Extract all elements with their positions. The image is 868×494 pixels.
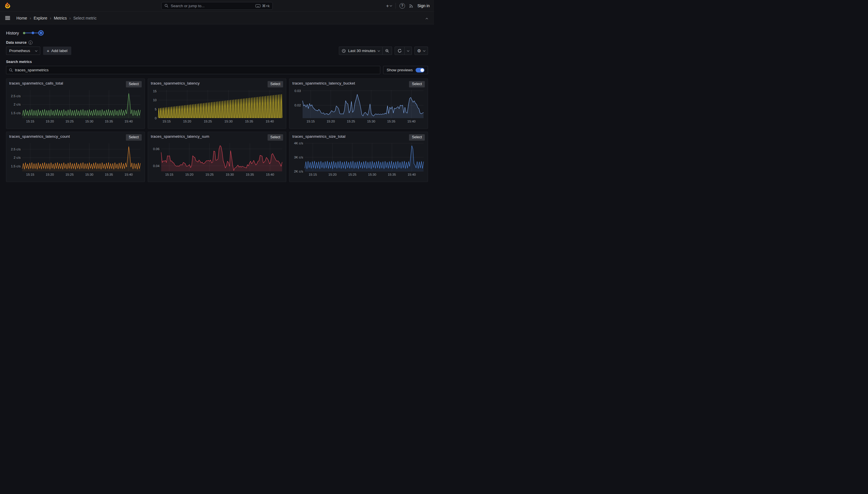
select-button[interactable]: Select xyxy=(126,81,142,88)
plus-icon: + xyxy=(386,3,389,8)
breadcrumb-explore[interactable]: Explore xyxy=(34,16,47,20)
refresh-button[interactable] xyxy=(395,46,405,55)
metric-preview-chart: 15:1515:2015:2515:3015:3515:401.5 c/s2 c… xyxy=(9,141,142,179)
search-icon xyxy=(9,68,13,72)
svg-text:15:35: 15:35 xyxy=(387,120,395,123)
show-previews-toggle[interactable] xyxy=(416,68,425,73)
keyboard-icon xyxy=(256,4,260,7)
chevron-down-icon xyxy=(35,49,37,52)
svg-text:2.5 c/s: 2.5 c/s xyxy=(11,147,21,151)
breadcrumb-current: Select metric xyxy=(73,16,97,20)
select-button[interactable]: Select xyxy=(409,81,425,88)
svg-text:15:25: 15:25 xyxy=(348,173,356,176)
chevron-down-icon xyxy=(377,49,380,52)
svg-text:15:30: 15:30 xyxy=(368,173,376,176)
svg-text:15:15: 15:15 xyxy=(162,120,171,123)
svg-text:15:15: 15:15 xyxy=(26,173,34,176)
svg-text:0.04: 0.04 xyxy=(153,164,159,168)
svg-text:15:25: 15:25 xyxy=(347,120,355,123)
svg-text:4K c/s: 4K c/s xyxy=(294,141,303,145)
panel-title: traces_spanmetrics_size_total xyxy=(292,134,345,138)
time-range-picker[interactable]: Last 30 minutes xyxy=(339,46,382,55)
menu-toggle-icon[interactable] xyxy=(4,15,11,21)
breadcrumb: Home › Explore › Metrics › Select metric xyxy=(16,16,97,20)
refresh-icon xyxy=(397,49,402,53)
panel-title: traces_spanmetrics_latency xyxy=(151,81,200,86)
svg-text:15:25: 15:25 xyxy=(65,173,74,176)
panel-title: traces_spanmetrics_calls_total xyxy=(9,81,63,86)
rss-icon xyxy=(409,3,414,8)
svg-text:15:35: 15:35 xyxy=(245,120,253,123)
select-button[interactable]: Select xyxy=(268,134,283,140)
new-button[interactable]: + xyxy=(386,3,392,8)
svg-text:0: 0 xyxy=(155,116,156,120)
history-current-step-icon[interactable] xyxy=(38,30,44,36)
controls-row: Prometheus + Add label Last 30 minutes xyxy=(6,46,428,55)
show-previews-control: Show previews xyxy=(383,66,428,74)
svg-text:15:30: 15:30 xyxy=(85,173,93,176)
datasource-select[interactable]: Prometheus xyxy=(6,46,40,55)
global-search-bar[interactable]: Search or jump to... ⌘+k xyxy=(161,2,273,10)
metric-panel: traces_spanmetrics_latency_sum Select 15… xyxy=(148,132,287,182)
add-label-button[interactable]: + Add label xyxy=(43,46,71,55)
metric-panel: traces_spanmetrics_latency Select 15:151… xyxy=(148,78,287,129)
svg-text:15:40: 15:40 xyxy=(408,120,416,123)
history-label: History xyxy=(6,31,19,35)
chevron-up-icon xyxy=(426,18,428,20)
info-icon[interactable]: i xyxy=(28,40,33,44)
settings-button[interactable]: ⚙ xyxy=(414,46,428,55)
svg-text:15:15: 15:15 xyxy=(307,120,315,123)
metric-preview-chart: 15:1515:2015:2515:3015:3515:401.5 c/s2 c… xyxy=(9,88,142,126)
signin-button[interactable]: Sign in xyxy=(417,3,430,8)
svg-text:15:40: 15:40 xyxy=(265,120,274,123)
svg-text:1.5 c/s: 1.5 c/s xyxy=(11,111,21,115)
collapse-header-button[interactable] xyxy=(425,15,429,22)
search-metrics-input[interactable] xyxy=(15,68,377,72)
svg-text:15:35: 15:35 xyxy=(105,120,113,123)
news-button[interactable] xyxy=(409,3,414,8)
search-metrics-label: Search metrics xyxy=(6,60,428,64)
breadcrumb-home[interactable]: Home xyxy=(16,16,27,20)
panel-title: traces_spanmetrics_latency_sum xyxy=(151,134,209,138)
zoom-out-button[interactable] xyxy=(382,46,392,55)
history-step-icon[interactable] xyxy=(23,32,25,34)
svg-text:2K c/s: 2K c/s xyxy=(294,170,303,173)
help-button[interactable]: ? xyxy=(399,3,405,8)
svg-text:15:35: 15:35 xyxy=(388,173,396,176)
history-step-icon[interactable] xyxy=(32,32,34,34)
svg-text:15:25: 15:25 xyxy=(65,120,74,123)
chevron-down-icon xyxy=(407,49,409,52)
svg-text:0.03: 0.03 xyxy=(295,89,301,92)
svg-text:15:20: 15:20 xyxy=(46,120,54,123)
history-row: History xyxy=(6,30,428,36)
svg-text:15:30: 15:30 xyxy=(224,120,233,123)
datasource-label-row: Data source i xyxy=(6,40,428,44)
chevron-down-icon xyxy=(390,4,392,6)
metric-panel: traces_spanmetrics_latency_bucket Select… xyxy=(289,78,428,129)
svg-text:15:35: 15:35 xyxy=(105,173,113,176)
svg-text:15: 15 xyxy=(153,89,157,93)
svg-text:15:20: 15:20 xyxy=(185,173,193,176)
panel-grid: traces_spanmetrics_calls_total Select 15… xyxy=(6,78,428,182)
svg-text:15:40: 15:40 xyxy=(124,120,133,123)
select-button[interactable]: Select xyxy=(268,81,283,88)
metric-preview-chart: 15:1515:2015:2515:3015:3515:400.020.03 xyxy=(292,88,425,126)
svg-text:15:20: 15:20 xyxy=(327,120,335,123)
svg-text:15:15: 15:15 xyxy=(26,120,34,123)
refresh-interval-dropdown[interactable] xyxy=(405,46,412,55)
clock-icon xyxy=(342,49,346,53)
grafana-logo[interactable] xyxy=(4,2,11,10)
time-controls: Last 30 minutes xyxy=(339,46,392,55)
panel-title: traces_spanmetrics_latency_bucket xyxy=(292,81,355,86)
metric-panel: traces_spanmetrics_latency_count Select … xyxy=(6,132,145,182)
select-button[interactable]: Select xyxy=(126,134,142,140)
metric-preview-chart: 15:1515:2015:2515:3015:3515:400.040.06 xyxy=(151,141,283,179)
svg-text:15:15: 15:15 xyxy=(165,173,173,176)
breadcrumb-metrics[interactable]: Metrics xyxy=(54,16,67,20)
svg-text:15:30: 15:30 xyxy=(85,120,93,123)
help-icon: ? xyxy=(399,3,405,8)
select-button[interactable]: Select xyxy=(409,134,425,140)
metric-preview-chart: 15:1515:2015:2515:3015:3515:402K c/s3K c… xyxy=(292,141,425,179)
svg-text:2.5 c/s: 2.5 c/s xyxy=(11,94,21,97)
history-timeline[interactable] xyxy=(23,30,44,36)
